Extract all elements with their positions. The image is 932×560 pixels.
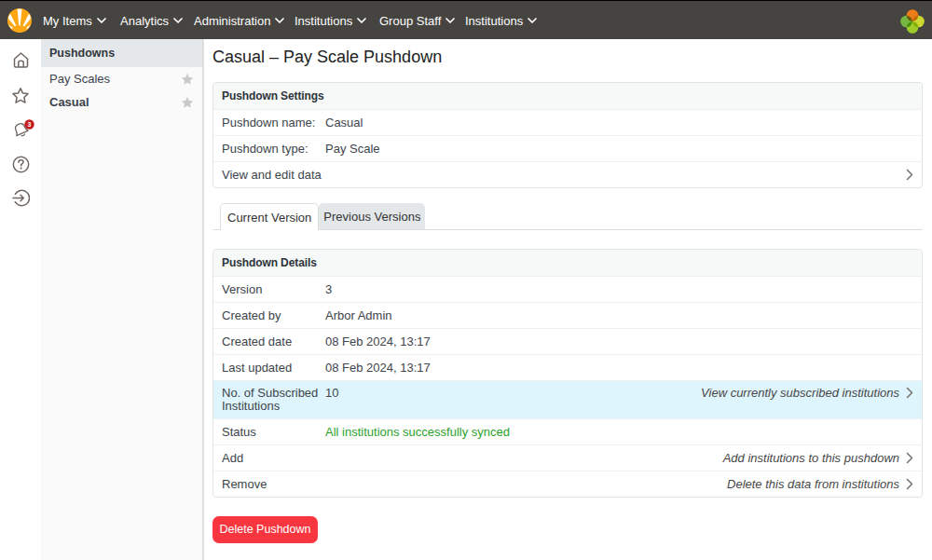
svg-text:3: 3 [27,121,31,128]
